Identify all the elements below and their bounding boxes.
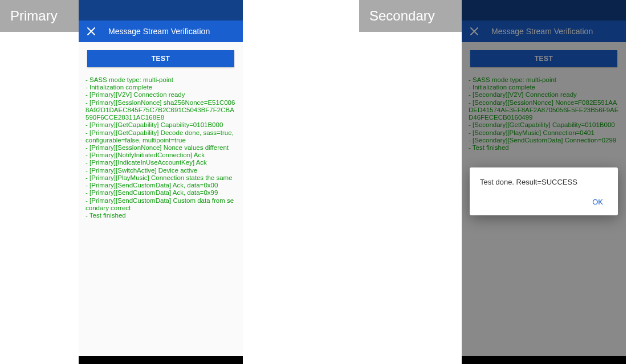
tag-secondary: Secondary <box>359 0 462 32</box>
log-line: - [Primary][GetCapability] Capability=01… <box>85 121 236 129</box>
log-line: - SASS mode type: multi-point <box>85 76 236 84</box>
dialog-actions: OK <box>480 194 608 210</box>
log-primary: - SASS mode type: multi-point - Initiali… <box>84 76 237 219</box>
dialog-message: Test done. Result=SUCCESS <box>480 178 608 186</box>
log-line: - Initialization complete <box>85 84 236 91</box>
log-line: - [Primary][GetCapability] Decode done, … <box>85 129 236 144</box>
log-line: - [Primary][SessionNonce] Nonce values d… <box>85 144 236 152</box>
log-line: - [Primary][SwitchActive] Device active <box>85 167 236 174</box>
log-line: - Test finished <box>85 212 236 219</box>
log-line: - [Primary][SendCustomData] Custom data … <box>85 197 236 212</box>
phone-secondary: Message Stream Verification TEST - SASS … <box>462 0 626 364</box>
app-bar-title: Message Stream Verification <box>108 27 210 36</box>
log-line: - [Primary][IndicateInUseAccountKey] Ack <box>85 159 236 166</box>
phone-primary: Message Stream Verification TEST - SASS … <box>79 0 243 364</box>
content-area: TEST - SASS mode type: multi-point - Ini… <box>79 42 243 225</box>
status-bar <box>79 0 243 21</box>
log-line: - [Primary][SendCustomData] Ack, data=0x… <box>85 182 236 189</box>
log-line: - [Primary][SessionNonce] sha256Nonce=E5… <box>85 99 236 122</box>
result-dialog: Test done. Result=SUCCESS OK <box>470 167 618 215</box>
log-line: - [Primary][PlayMusic] Connection states… <box>85 174 236 182</box>
app-bar: Message Stream Verification <box>79 21 243 42</box>
nav-bar <box>79 356 243 364</box>
test-button[interactable]: TEST <box>87 50 234 67</box>
log-line: - [Primary][V2V] Connection ready <box>85 91 236 99</box>
close-icon[interactable] <box>87 27 96 36</box>
dialog-ok-button[interactable]: OK <box>588 194 608 210</box>
log-line: - [Primary][SendCustomData] Ack, data=0x… <box>85 189 236 197</box>
log-line: - [Primary][NotifyInitiatedConnection] A… <box>85 152 236 159</box>
tag-primary: Primary <box>0 0 79 32</box>
